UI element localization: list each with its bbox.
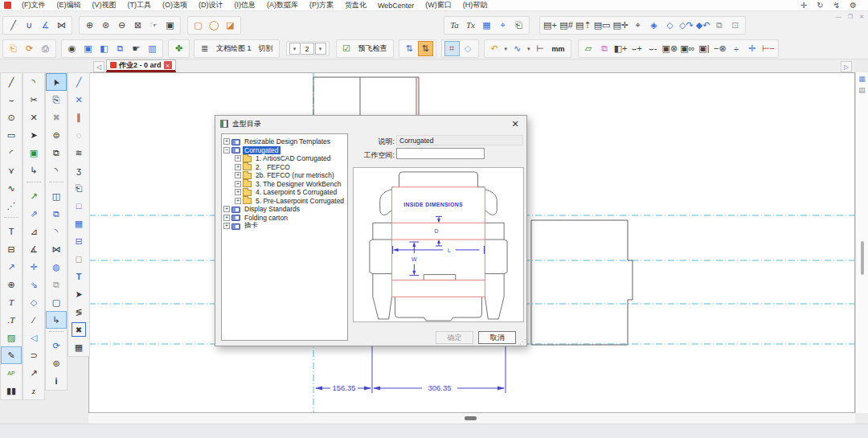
layers-tool-icon[interactable]: ⊜ xyxy=(46,126,67,144)
spinner-right-caret-icon[interactable]: ▾ xyxy=(315,43,326,55)
annotate-tool-icon[interactable]: ✎ xyxy=(1,346,22,364)
trim-tool-icon[interactable]: ⋈ xyxy=(54,18,69,33)
construction-line-icon[interactable]: ╱ xyxy=(68,73,89,91)
order-blue-icon[interactable]: ⇅ xyxy=(402,41,417,56)
copy-design-icon[interactable]: ▣ xyxy=(80,41,96,56)
corner-tool-icon[interactable]: ◝ xyxy=(23,73,44,91)
contour-green-icon[interactable]: ▱ xyxy=(581,41,596,56)
workspace-input[interactable] xyxy=(396,148,485,159)
view-options-icon[interactable]: ▣ xyxy=(162,18,178,33)
tree-expand-icon[interactable]: + xyxy=(223,223,230,229)
tree-item-label[interactable]: 2b. FEFCO (nur metrisch) xyxy=(254,171,336,179)
arc-measure-tool-icon[interactable]: ⊃ xyxy=(23,346,44,364)
tree-item-label[interactable]: 4. Laserpoint 5 Corrugated xyxy=(254,188,338,196)
menu-window[interactable]: (W)窗口 xyxy=(420,0,457,10)
dialog-resize-grip[interactable]: ⋰ xyxy=(519,338,526,346)
tree-expand-icon[interactable]: − xyxy=(223,147,230,154)
ellipse-tool-icon[interactable]: ⊕ xyxy=(1,276,22,293)
bridge-add-icon[interactable]: ⌣+ xyxy=(629,41,645,56)
zoom-in-icon[interactable]: ⊕ xyxy=(82,18,97,33)
solid-arrow-icon[interactable]: ➤ xyxy=(68,285,89,303)
window-grid-icon[interactable]: ▦ xyxy=(479,18,494,33)
frame-tool-icon[interactable]: ▢ xyxy=(46,293,67,311)
rotate-shape-tool-icon[interactable]: ◇ xyxy=(23,293,44,311)
paragraph-tool-icon[interactable]: ⊟ xyxy=(1,240,22,258)
zoom-reset-icon[interactable]: ⊛ xyxy=(98,18,113,33)
info-tool-icon[interactable]: i xyxy=(46,372,67,390)
node-edit-tool-icon[interactable]: ▣ xyxy=(23,144,44,162)
vertical-scrollbar[interactable]: ▦ ▤ xyxy=(855,72,868,413)
ap-frame-tool-icon[interactable]: AP xyxy=(1,364,22,382)
tree-item-label[interactable]: Resizable Design Templates xyxy=(243,137,332,145)
parts-icon[interactable]: ⧉ xyxy=(113,41,128,56)
register-mark-icon[interactable]: ⌖ xyxy=(630,18,645,33)
menu-view[interactable]: (V)视图 xyxy=(87,0,122,10)
cone-tool-icon[interactable]: ∡ xyxy=(38,18,53,33)
close-box-icon[interactable]: ✖ xyxy=(72,322,86,337)
board-square-icon[interactable]: ▢ xyxy=(190,18,206,33)
hatch-lines-icon[interactable]: ∥ xyxy=(68,108,89,126)
split-box-icon[interactable]: ⊟ xyxy=(68,232,89,250)
tree-expand-icon[interactable]: + xyxy=(235,164,241,170)
cut-layer-label[interactable]: 切割 xyxy=(256,43,276,54)
contour-caret-icon[interactable]: ▾ xyxy=(527,46,530,52)
curve-tool-icon[interactable]: ∪ xyxy=(22,18,37,33)
measure-line-tool-icon[interactable]: ↗ xyxy=(23,364,44,382)
wave-lines-icon[interactable]: ≋ xyxy=(68,144,89,162)
tree-item-fefco[interactable]: + 2. FEFCO xyxy=(223,163,346,172)
move-point-tool-icon[interactable]: ✛ xyxy=(23,258,44,276)
tree-item-folding-carton[interactable]: + Folding carton xyxy=(223,214,346,223)
squares-front-icon[interactable]: ⧉ xyxy=(711,18,727,33)
grid-cells-icon[interactable]: ▦ xyxy=(68,215,89,232)
settings-gear-icon[interactable]: ⚙ xyxy=(850,1,857,10)
delete-tool-icon[interactable]: ✖ xyxy=(46,108,67,126)
tree-expand-icon[interactable]: + xyxy=(235,198,241,204)
flip-left-icon[interactable]: ◆↶ xyxy=(695,18,711,33)
rectangle-tool-icon[interactable]: ▭ xyxy=(1,126,22,144)
menu-database[interactable]: (A)数据库 xyxy=(261,0,304,10)
tree-item-display-standards[interactable]: + Display Standards xyxy=(223,205,346,214)
direction-tool-icon[interactable]: ➤ xyxy=(23,126,44,144)
center-target-icon[interactable]: ⌖ xyxy=(495,18,510,33)
undo-icon[interactable]: ↻ xyxy=(817,1,823,10)
cylinder-tool-icon[interactable]: ◍ xyxy=(46,258,67,276)
select-tool-icon[interactable]: ➤ xyxy=(46,73,67,91)
point-divide-icon[interactable]: ÷ xyxy=(728,41,743,56)
italic-text-tool-icon[interactable]: T xyxy=(1,293,22,311)
fill-dark-icon[interactable]: ◈ xyxy=(646,18,661,33)
erase-cross-icon[interactable]: ✕ xyxy=(68,91,89,108)
offset-tool-icon[interactable]: ↳ xyxy=(23,162,44,179)
flash-icon[interactable]: ↯ xyxy=(833,1,840,10)
fillet-tool-icon[interactable]: ◜ xyxy=(1,144,22,162)
tree-item-corrugated[interactable]: − Corrugated xyxy=(223,146,346,155)
barcode-tool-icon[interactable]: ▮▮ xyxy=(1,382,22,399)
tree-item-resizable[interactable]: + Resizable Design Templates xyxy=(223,137,346,146)
tree-item-label[interactable]: Corrugated xyxy=(243,146,280,154)
contour-copy-icon[interactable]: ⧉ xyxy=(597,41,612,56)
move-window-icon[interactable]: ✛ xyxy=(800,1,807,10)
dialog-title-bar[interactable]: 盒型目录 ✕ xyxy=(215,116,526,132)
menu-file[interactable]: (F)文件 xyxy=(16,0,51,10)
circle-tool-icon[interactable]: ⊙ xyxy=(1,108,22,126)
dialog-close-icon[interactable]: ✕ xyxy=(509,119,522,129)
tree-item-label[interactable]: 插卡 xyxy=(243,221,260,231)
stretch-tool-icon[interactable]: ⇗ xyxy=(23,205,44,223)
rebuild-icon[interactable]: ⟳ xyxy=(22,41,37,56)
open-icon[interactable]: ⎗ xyxy=(6,41,21,56)
grid-snap-icon[interactable]: ⌗ xyxy=(444,41,460,56)
polyline-tool-icon[interactable]: ╱ xyxy=(6,18,21,33)
branch-curve-tool-icon[interactable]: ⋎ xyxy=(1,162,22,179)
box-link-icon[interactable]: ▣∞ xyxy=(679,41,695,56)
tab-close-icon[interactable]: ✕ xyxy=(164,61,172,69)
picture-add-icon[interactable]: ▤+ xyxy=(542,18,558,33)
menu-palletizing[interactable]: 货盘化 xyxy=(339,0,372,10)
app-icon[interactable] xyxy=(4,2,11,9)
small-text-tool-icon[interactable]: .T xyxy=(1,311,22,329)
hatch-fill-tool-icon[interactable]: ▨ xyxy=(1,329,22,346)
database-browser-icon[interactable]: ▥ xyxy=(145,41,160,56)
table-grid-icon[interactable]: ▦ xyxy=(68,338,89,356)
stack-tool-icon[interactable]: ⧉ xyxy=(46,276,67,293)
contour-icon[interactable]: ∿ xyxy=(510,41,525,56)
menu-design[interactable]: (D)设计 xyxy=(193,0,229,10)
menu-tools[interactable]: (T)工具 xyxy=(122,0,158,10)
